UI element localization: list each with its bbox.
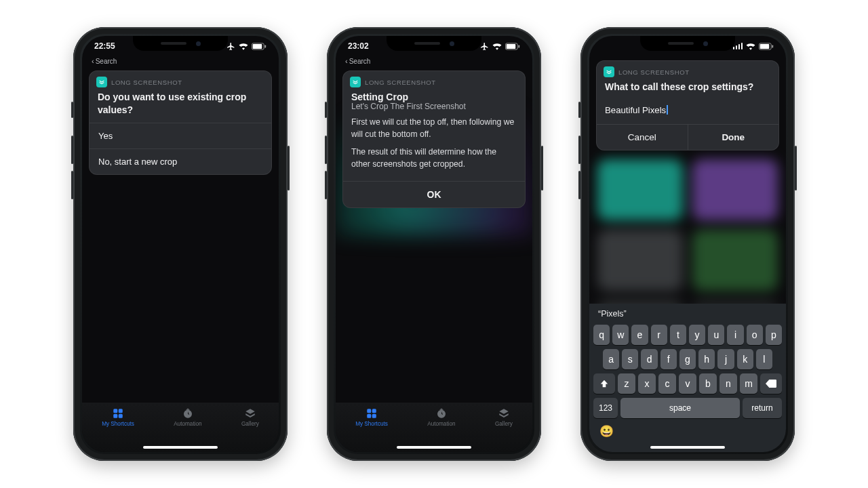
key-u[interactable]: u xyxy=(708,325,724,345)
space-key[interactable]: space xyxy=(620,398,740,418)
tab-my-shortcuts[interactable]: My Shortcuts xyxy=(355,407,388,427)
device-notch xyxy=(387,36,481,51)
backspace-key[interactable] xyxy=(760,373,782,394)
breadcrumb[interactable]: ‹ Search xyxy=(336,56,532,68)
tab-my-shortcuts[interactable]: My Shortcuts xyxy=(102,407,134,427)
device-notch xyxy=(133,36,228,51)
battery-icon xyxy=(505,43,520,50)
status-time xyxy=(601,41,604,51)
ok-button[interactable]: OK xyxy=(343,181,525,207)
key-p[interactable]: p xyxy=(766,325,782,345)
svg-rect-6 xyxy=(119,414,123,418)
key-e[interactable]: e xyxy=(631,325,648,345)
shortcut-app-name: LONG SCREENSHOT xyxy=(111,79,182,86)
key-z[interactable]: z xyxy=(618,373,635,394)
home-indicator[interactable] xyxy=(143,446,218,449)
svg-rect-12 xyxy=(372,409,376,413)
key-r[interactable]: r xyxy=(651,325,667,345)
breadcrumb[interactable]: ‹ Search xyxy=(82,56,279,68)
shortcut-app-icon xyxy=(96,77,107,87)
numbers-key[interactable]: 123 xyxy=(593,398,618,418)
keyboard-row-2: asdfghjkl xyxy=(591,347,784,371)
key-n[interactable]: n xyxy=(719,373,737,394)
shift-key[interactable] xyxy=(593,373,615,394)
input-value: Beautiful Pixels xyxy=(605,105,666,115)
input-card: LONG SCREENSHOT What to call these crop … xyxy=(596,60,779,150)
home-indicator[interactable] xyxy=(650,446,725,449)
breadcrumb-label: Search xyxy=(349,58,371,65)
done-button[interactable]: Done xyxy=(688,125,779,150)
tab-automation[interactable]: Automation xyxy=(174,407,201,427)
key-g[interactable]: g xyxy=(679,349,696,369)
key-o[interactable]: o xyxy=(747,325,763,345)
key-d[interactable]: d xyxy=(641,349,657,369)
return-key[interactable]: return xyxy=(743,398,782,418)
shortcut-app-icon xyxy=(350,77,361,87)
dialog-subtitle: Let's Crop The First Screenshot xyxy=(343,102,525,117)
tab-automation[interactable]: Automation xyxy=(427,407,455,427)
key-a[interactable]: a xyxy=(603,349,619,369)
svg-rect-10 xyxy=(518,45,519,47)
svg-rect-5 xyxy=(113,414,117,418)
clock-icon xyxy=(181,407,195,420)
grid-icon xyxy=(111,407,125,420)
keyboard-row-4: 123 space return xyxy=(591,396,784,420)
status-time: 23:02 xyxy=(348,41,369,51)
key-c[interactable]: c xyxy=(658,373,676,394)
key-y[interactable]: y xyxy=(689,325,705,345)
svg-rect-1 xyxy=(253,44,262,49)
clock-icon xyxy=(435,407,448,420)
home-indicator[interactable] xyxy=(397,446,471,449)
shortcut-app-icon xyxy=(604,66,614,77)
battery-icon xyxy=(252,43,267,50)
text-caret xyxy=(667,105,668,115)
keyboard-suggestion-bar[interactable]: “Pixels” xyxy=(591,306,784,323)
key-w[interactable]: w xyxy=(612,325,629,345)
key-l[interactable]: l xyxy=(756,349,772,369)
key-k[interactable]: k xyxy=(737,349,753,369)
option-no[interactable]: No, start a new crop xyxy=(90,148,271,174)
svg-rect-18 xyxy=(772,45,773,47)
svg-rect-2 xyxy=(264,45,266,47)
key-s[interactable]: s xyxy=(622,349,638,369)
svg-rect-13 xyxy=(367,414,371,418)
stack-icon xyxy=(243,407,257,420)
tab-gallery[interactable]: Gallery xyxy=(241,407,259,427)
shortcut-app-name: LONG SCREENSHOT xyxy=(618,68,690,76)
key-v[interactable]: v xyxy=(679,373,696,394)
crop-name-input[interactable]: Beautiful Pixels xyxy=(597,100,778,124)
key-m[interactable]: m xyxy=(740,373,757,394)
chevron-left-icon: ‹ xyxy=(345,57,348,65)
wifi-icon xyxy=(239,43,248,50)
key-q[interactable]: q xyxy=(593,325,610,345)
svg-rect-3 xyxy=(113,409,117,413)
ios-keyboard: “Pixels” qwertyuiop asdfghjkl zxcvbnm 12… xyxy=(589,304,786,452)
info-card: LONG SCREENSHOT Setting Crop Let's Crop … xyxy=(342,70,526,208)
tab-gallery[interactable]: Gallery xyxy=(495,407,513,427)
phone-mockup-3: LONG SCREENSHOT What to call these crop … xyxy=(580,27,795,461)
input-prompt: What to call these crop settings? xyxy=(597,79,778,100)
suggestion-text[interactable]: “Pixels” xyxy=(598,309,627,319)
tab-label: Gallery xyxy=(241,421,259,427)
key-i[interactable]: i xyxy=(727,325,743,345)
wifi-icon xyxy=(492,43,502,50)
shortcut-app-name: LONG SCREENSHOT xyxy=(365,79,436,86)
svg-rect-4 xyxy=(119,409,123,413)
key-j[interactable]: j xyxy=(717,349,734,369)
keyboard-row-1: qwertyuiop xyxy=(591,323,784,347)
option-yes[interactable]: Yes xyxy=(90,123,271,148)
key-x[interactable]: x xyxy=(638,373,656,394)
device-notch xyxy=(640,36,735,51)
key-f[interactable]: f xyxy=(660,349,677,369)
battery-icon xyxy=(759,43,774,50)
key-t[interactable]: t xyxy=(670,325,686,345)
cancel-button[interactable]: Cancel xyxy=(597,125,688,150)
key-h[interactable]: h xyxy=(698,349,715,369)
stack-icon xyxy=(497,407,511,420)
key-b[interactable]: b xyxy=(699,373,717,394)
svg-rect-11 xyxy=(367,409,371,413)
airplane-mode-icon xyxy=(480,42,489,51)
airplane-mode-icon xyxy=(226,42,235,51)
emoji-key[interactable]: 😀 xyxy=(599,424,614,439)
tab-bar: My Shortcuts Automation Gallery xyxy=(336,403,532,452)
